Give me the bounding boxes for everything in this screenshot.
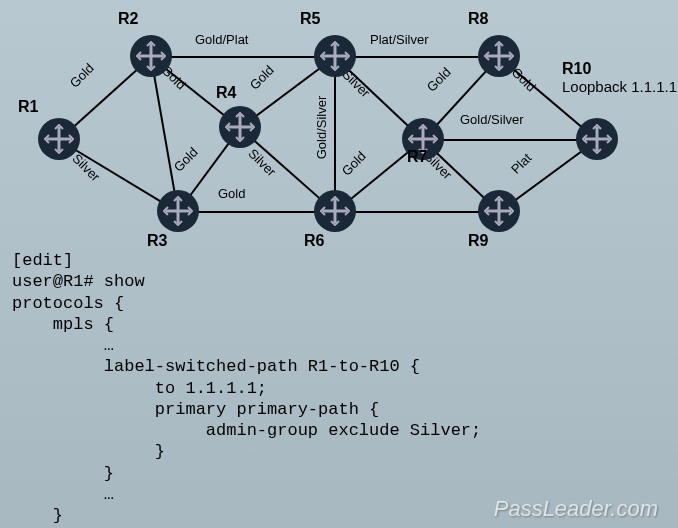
code-line: … <box>12 336 114 355</box>
router-r3 <box>157 190 199 232</box>
router-label-r9: R9 <box>468 232 488 250</box>
code-line: mpls { <box>12 315 114 334</box>
router-label-r3: R3 <box>147 232 167 250</box>
loopback-label: Loopback 1.1.1.1 <box>562 78 677 95</box>
edge-label: Plat/Silver <box>370 32 429 47</box>
code-line: } <box>12 464 114 483</box>
code-line: primary primary-path { <box>12 400 379 419</box>
cli-output: [edit] user@R1# show protocols { mpls { … <box>12 250 481 526</box>
router-r9 <box>478 190 520 232</box>
edge-R3-R6 <box>178 211 335 213</box>
router-r6 <box>314 190 356 232</box>
code-line: [edit] <box>12 251 73 270</box>
code-line: } <box>12 442 165 461</box>
edge-label: Gold <box>424 64 454 94</box>
edge-R5-R6 <box>334 57 336 212</box>
router-label-r6: R6 <box>304 232 324 250</box>
edge-R6-R9 <box>335 211 499 213</box>
code-line: to 1.1.1.1; <box>12 379 267 398</box>
edge-R5-R8 <box>335 56 499 58</box>
edge-label: Gold <box>67 60 97 90</box>
router-label-r4: R4 <box>216 84 236 102</box>
network-diagram: GoldSilverGoldGold/PlatGoldGoldGoldSilve… <box>0 0 678 250</box>
router-label-r2: R2 <box>118 10 138 28</box>
router-r5 <box>314 35 356 77</box>
router-r8 <box>478 35 520 77</box>
router-r10 <box>576 118 618 160</box>
watermark: PassLeader.com <box>494 496 658 522</box>
code-line: admin-group exclude Silver; <box>12 421 481 440</box>
router-label-r8: R8 <box>468 10 488 28</box>
edge-label: Gold <box>171 144 201 174</box>
code-line: protocols { <box>12 294 124 313</box>
edge-label: Gold/Silver <box>460 112 524 127</box>
edge-label: Gold <box>247 62 277 92</box>
code-line: user@R1# show <box>12 272 145 291</box>
edge-label: Gold <box>218 186 245 201</box>
edge-label: Gold/Plat <box>195 32 248 47</box>
router-r1 <box>38 118 80 160</box>
router-r4 <box>219 106 261 148</box>
router-label-r10: R10 <box>562 60 591 78</box>
edge-label: Plat <box>508 150 534 176</box>
router-label-r1: R1 <box>18 98 38 116</box>
router-label-r7: R7 <box>407 148 427 166</box>
edge-label: Gold <box>339 148 369 178</box>
code-line: } <box>12 506 63 525</box>
edge-R2-R5 <box>151 56 335 58</box>
code-line: label-switched-path R1-to-R10 { <box>12 357 420 376</box>
code-line: … <box>12 485 114 504</box>
router-r2 <box>130 35 172 77</box>
router-label-r5: R5 <box>300 10 320 28</box>
edge-R7-R10 <box>423 139 597 141</box>
edge-label: Gold/Silver <box>314 96 329 160</box>
edge-label: Silver <box>245 146 279 180</box>
